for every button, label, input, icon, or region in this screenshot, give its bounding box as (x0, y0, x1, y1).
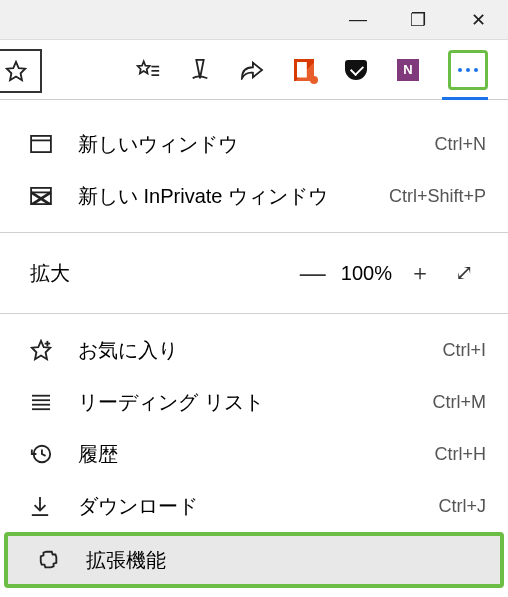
shortcut-text: Ctrl+N (434, 134, 486, 155)
favorite-toggle-button[interactable] (0, 49, 42, 93)
favorites-list-button[interactable] (136, 58, 160, 82)
menu-label: お気に入り (78, 337, 442, 364)
minimize-button[interactable]: — (328, 0, 388, 40)
window-icon (30, 135, 60, 153)
zoom-value: 100% (335, 262, 398, 285)
close-icon: ✕ (471, 9, 486, 31)
zoom-row: 拡大 — 100% ＋ ⤢ (0, 243, 508, 303)
shortcut-text: Ctrl+Shift+P (389, 186, 486, 207)
window-controls-bar: — ❐ ✕ (0, 0, 508, 40)
menu-item-new-inprivate[interactable]: 新しい InPrivate ウィンドウ Ctrl+Shift+P (0, 170, 508, 222)
notification-dot-icon (310, 76, 318, 84)
menu-label: リーディング リスト (78, 389, 433, 416)
svg-marker-1 (138, 61, 150, 73)
history-icon (30, 443, 60, 465)
more-icon (456, 67, 480, 73)
office-button[interactable] (292, 58, 316, 82)
zoom-in-button[interactable]: ＋ (398, 258, 442, 288)
svg-marker-0 (7, 62, 25, 80)
svg-rect-8 (31, 136, 51, 152)
shortcut-text: Ctrl+H (434, 444, 486, 465)
svg-point-6 (466, 68, 470, 72)
menu-label: 拡張機能 (86, 547, 478, 574)
menu-divider (0, 313, 508, 314)
inprivate-icon (30, 187, 60, 205)
onenote-icon (397, 59, 419, 81)
reading-list-icon (30, 393, 60, 411)
shortcut-text: Ctrl+I (442, 340, 486, 361)
extensions-icon (38, 549, 68, 571)
svg-point-7 (474, 68, 478, 72)
star-icon (4, 59, 28, 83)
menu-item-history[interactable]: 履歴 Ctrl+H (0, 428, 508, 480)
menu-item-extensions[interactable]: 拡張機能 (4, 532, 504, 588)
web-note-button[interactable] (188, 58, 212, 82)
menu-item-favorites[interactable]: お気に入り Ctrl+I (0, 324, 508, 376)
zoom-label: 拡大 (30, 260, 291, 287)
zoom-out-button[interactable]: — (291, 258, 335, 289)
more-menu-button[interactable] (448, 50, 488, 90)
maximize-icon: ❐ (410, 9, 426, 31)
menu-label: 新しいウィンドウ (78, 131, 434, 158)
menu-item-show-in-toolbar[interactable]: ツール バーに表示 › (0, 588, 508, 597)
download-icon (30, 495, 60, 517)
share-button[interactable] (240, 58, 264, 82)
shortcut-text: Ctrl+J (438, 496, 486, 517)
star-add-icon (30, 339, 60, 361)
browser-toolbar (0, 40, 508, 100)
shortcut-text: Ctrl+M (433, 392, 487, 413)
pocket-icon (345, 60, 367, 80)
menu-item-new-window[interactable]: 新しいウィンドウ Ctrl+N (0, 118, 508, 170)
maximize-button[interactable]: ❐ (388, 0, 448, 40)
minimize-icon: — (349, 9, 367, 30)
onenote-button[interactable] (396, 58, 420, 82)
settings-menu: 新しいウィンドウ Ctrl+N 新しい InPrivate ウィンドウ Ctrl… (0, 100, 508, 597)
menu-divider (0, 232, 508, 233)
pocket-button[interactable] (344, 58, 368, 82)
menu-label: ダウンロード (78, 493, 438, 520)
svg-point-5 (458, 68, 462, 72)
menu-item-downloads[interactable]: ダウンロード Ctrl+J (0, 480, 508, 532)
fullscreen-button[interactable]: ⤢ (442, 260, 486, 286)
menu-label: 新しい InPrivate ウィンドウ (78, 183, 389, 210)
active-indicator (442, 97, 488, 100)
menu-label: 履歴 (78, 441, 434, 468)
menu-item-reading-list[interactable]: リーディング リスト Ctrl+M (0, 376, 508, 428)
close-button[interactable]: ✕ (448, 0, 508, 40)
